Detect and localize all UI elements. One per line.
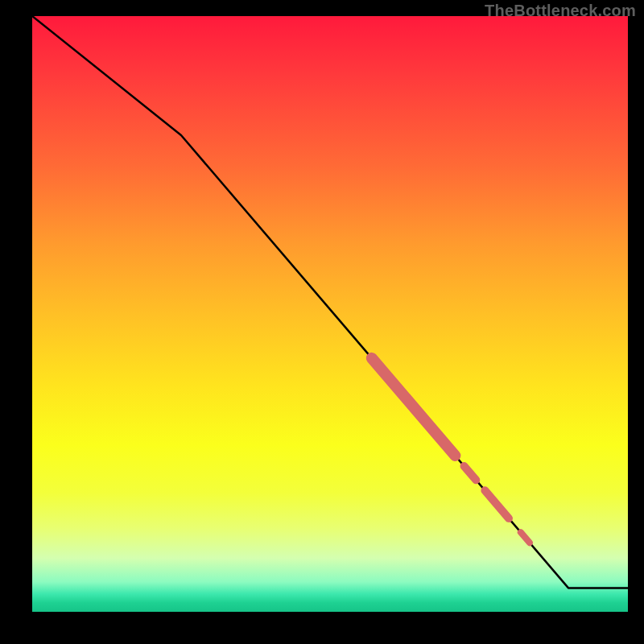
curve-highlight-segment <box>485 490 509 518</box>
curve-highlight-group <box>372 358 530 543</box>
curve-highlight-segment <box>464 466 477 480</box>
watermark-text: TheBottleneck.com <box>485 2 636 20</box>
curve-highlight-segment <box>372 358 456 456</box>
curve-highlight-segment <box>521 532 530 543</box>
chart-svg-overlay <box>32 16 628 612</box>
chart-stage: TheBottleneck.com <box>0 0 644 644</box>
curve-line <box>32 16 628 588</box>
